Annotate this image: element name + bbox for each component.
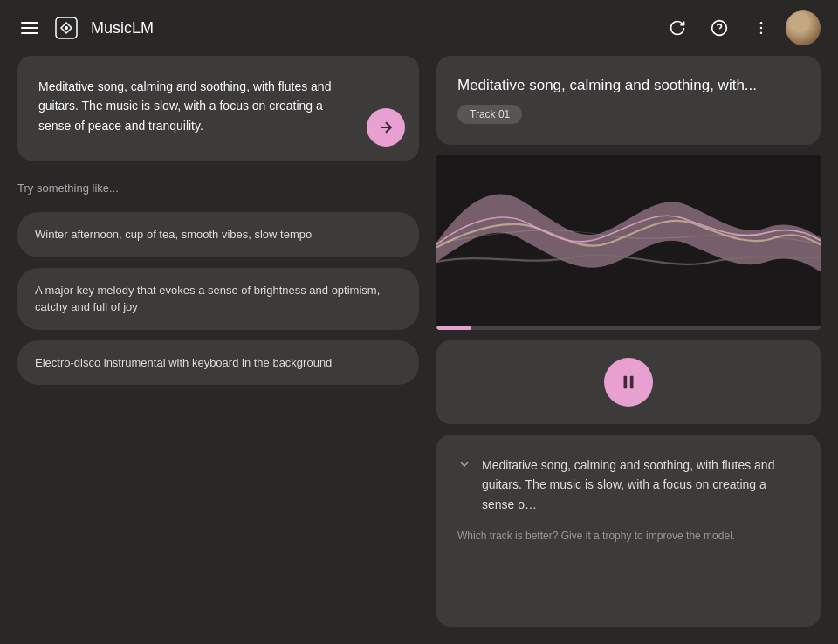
- more-button[interactable]: [744, 10, 779, 45]
- description-card: Meditative song, calming and soothing, w…: [436, 435, 821, 627]
- main-layout: Meditative song, calming and soothing, w…: [0, 56, 838, 644]
- avatar[interactable]: [786, 10, 821, 45]
- prompt-text: Meditative song, calming and soothing, w…: [38, 77, 358, 135]
- svg-rect-10: [630, 376, 634, 389]
- prompt-box: Meditative song, calming and soothing, w…: [17, 56, 419, 161]
- svg-rect-9: [624, 376, 628, 389]
- progress-bar-fill: [436, 326, 471, 330]
- waveform-svg: [436, 155, 821, 330]
- suggestion-item-3[interactable]: Electro-disco instrumental with keyboard…: [17, 340, 419, 386]
- try-label: Try something like...: [17, 182, 419, 195]
- chevron-down-icon[interactable]: [457, 456, 471, 514]
- track-badge: Track 01: [457, 105, 522, 124]
- menu-icon[interactable]: [17, 18, 42, 38]
- svg-point-6: [760, 32, 763, 35]
- left-panel: Meditative song, calming and soothing, w…: [17, 56, 419, 627]
- suggestion-item-1[interactable]: Winter afternoon, cup of tea, smooth vib…: [17, 212, 419, 257]
- right-panel: Meditative song, calming and soothing, w…: [436, 56, 821, 627]
- logo-icon: [52, 14, 80, 42]
- desc-top: Meditative song, calming and soothing, w…: [457, 456, 800, 514]
- waveform-card: [436, 155, 821, 330]
- header: MusicLM: [0, 0, 838, 56]
- help-button[interactable]: [702, 10, 737, 45]
- app-title: MusicLM: [91, 19, 154, 38]
- header-left: MusicLM: [17, 14, 154, 42]
- song-card: Meditative song, calming and soothing, w…: [436, 56, 821, 145]
- refresh-button[interactable]: [660, 10, 695, 45]
- pause-button[interactable]: [604, 358, 653, 407]
- description-text: Meditative song, calming and soothing, w…: [482, 456, 800, 514]
- suggestion-list: Winter afternoon, cup of tea, smooth vib…: [17, 212, 419, 385]
- svg-point-4: [760, 22, 763, 24]
- trophy-text: Which track is better? Give it a trophy …: [457, 528, 800, 544]
- svg-point-1: [65, 26, 68, 30]
- player-card: [436, 340, 821, 424]
- header-right: [660, 10, 821, 45]
- progress-bar-container[interactable]: [436, 326, 821, 330]
- submit-button[interactable]: [367, 108, 405, 147]
- song-title: Meditative song, calming and soothing, w…: [457, 77, 800, 94]
- suggestion-item-2[interactable]: A major key melody that evokes a sense o…: [17, 268, 419, 330]
- svg-point-5: [760, 27, 763, 30]
